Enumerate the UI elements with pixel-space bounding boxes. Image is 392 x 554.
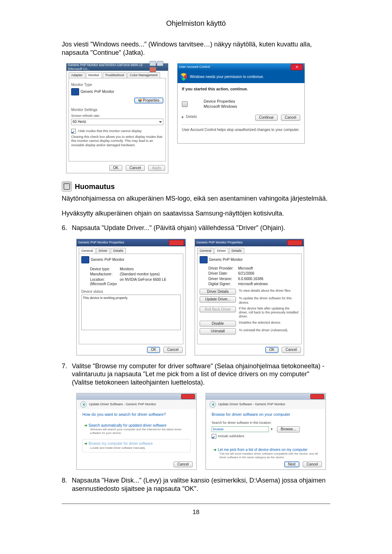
chevron-down-icon[interactable]: ▾ <box>270 427 274 432</box>
driver-details-button[interactable]: Driver Details <box>200 289 236 295</box>
device-name: Generic PnP Monitor <box>209 257 243 261</box>
wizard-breadcrumb: Update Driver Software - Generic PnP Mon… <box>89 402 156 406</box>
tab-monitor[interactable]: Monitor <box>86 72 102 78</box>
refresh-rate-select[interactable]: 60 Hertz <box>71 119 163 125</box>
monitor-icon <box>81 256 89 263</box>
uac-publisher: Microsoft Windows <box>204 104 237 109</box>
tab-driver[interactable]: Driver <box>215 248 228 254</box>
driver-provider-key: Driver Provider: <box>208 266 238 271</box>
arrow-icon: ➔ <box>213 448 216 452</box>
apply-button: Apply <box>148 165 165 171</box>
device-name: Generic PnP Monitor <box>91 257 124 261</box>
cancel-button[interactable]: Cancel <box>173 461 193 468</box>
step-8-number: 8. <box>62 476 72 493</box>
window-titlebar <box>206 393 326 400</box>
uac-message: Windows needs your permission to contion… <box>190 75 264 79</box>
details-toggle[interactable]: Details <box>186 115 197 119</box>
search-automatically-option[interactable]: ➔Search automatically for updated driver… <box>82 421 191 438</box>
option-subtext: Windows will search your computer and th… <box>90 428 189 435</box>
driver-provider-value: Microsoft <box>238 266 253 270</box>
hide-modes-checkbox[interactable] <box>71 129 76 134</box>
tab-details[interactable]: Details <box>111 248 126 254</box>
back-button[interactable] <box>209 401 216 408</box>
manufacturer-value: (Standard monitor types) <box>120 272 160 276</box>
properties-general-dialog: Generic PnP Monitor Properties General D… <box>76 239 186 356</box>
chevron-left-icon <box>212 403 214 406</box>
cancel-button[interactable]: Cancel <box>303 461 322 468</box>
tab-troubleshoot[interactable]: Troubleshoot <box>103 72 127 78</box>
cancel-button[interactable]: Cancel <box>281 115 300 121</box>
monitor-name: Generic PnP Monitor <box>81 89 114 93</box>
tab-adapter[interactable]: Adapter <box>69 72 85 78</box>
driver-version-key: Driver Version: <box>208 277 238 282</box>
cancel-button[interactable]: Cancel <box>163 347 183 353</box>
uninstall-button[interactable]: Uninstall <box>200 328 236 335</box>
close-icon[interactable] <box>169 240 184 246</box>
tab-driver[interactable]: Driver <box>96 248 110 254</box>
device-type-key: Device type: <box>90 267 120 272</box>
driver-details-desc: To view details about the driver files. <box>239 289 299 293</box>
tab-general[interactable]: General <box>197 248 214 254</box>
properties-button[interactable]: Properties <box>134 98 163 104</box>
close-icon[interactable] <box>181 394 195 399</box>
path-input[interactable]: browse <box>212 426 269 432</box>
close-icon[interactable]: ✕ <box>291 64 303 70</box>
gear-icon <box>182 101 188 107</box>
update-driver-button[interactable]: Update Driver... <box>200 296 236 303</box>
back-button[interactable] <box>80 401 87 408</box>
ok-button[interactable]: OK <box>147 347 160 353</box>
driver-date-key: Driver Date: <box>208 271 238 276</box>
driver-date-value: 6/21/2006 <box>238 271 254 275</box>
next-button[interactable]: Next <box>284 461 300 468</box>
window-titlebar: User Account Control ✕ <box>177 63 305 71</box>
uac-app-name: Device Properties <box>204 99 237 104</box>
step-6-text: Napsauta "Update Driver..." (Päivitä ohj… <box>72 224 330 232</box>
footer-rule <box>62 504 330 504</box>
refresh-rate-value: 60 Hertz <box>73 120 86 124</box>
location-key: Location: <box>90 278 120 282</box>
update-driver-search-dialog: Update Driver Software - Generic PnP Mon… <box>76 393 197 470</box>
close-icon[interactable] <box>287 240 302 246</box>
browse-button[interactable]: Browse... <box>277 426 300 432</box>
include-subfolders-checkbox[interactable] <box>212 434 216 439</box>
wizard-heading: How do you want to search for driver sof… <box>82 412 191 417</box>
let-me-pick-option[interactable]: ➔Let me pick from a list of device drive… <box>212 445 320 462</box>
uac-banner: Windows needs your permission to contion… <box>177 71 305 83</box>
step-7-text: Valitse "Browse my computer for driver s… <box>72 362 330 387</box>
chevron-down-icon <box>159 121 162 123</box>
hide-modes-description: Clearing this check box allows you to se… <box>71 135 163 147</box>
cancel-button[interactable]: Cancel <box>126 165 145 171</box>
option-subtext: This list will show installed driver sof… <box>219 452 318 459</box>
uninstall-desc: To uninstall the driver (Advanced). <box>239 328 299 332</box>
include-subfolders-label: Include subfolders <box>218 434 244 438</box>
shield-icon <box>180 73 187 81</box>
tab-details[interactable]: Details <box>229 248 244 254</box>
step-8-text: Napsauta "Have Disk..." (Levy) ja valits… <box>72 476 330 493</box>
ok-button[interactable]: OK <box>109 165 122 171</box>
uac-dialog: User Account Control ✕ Windows needs you… <box>177 63 305 144</box>
window-titlebar: Generic PnP Monitor Properties <box>77 239 185 246</box>
window-title: Generic PnP Monitor Properties <box>78 241 124 245</box>
monitor-settings-label: Monitor Settings <box>71 108 163 112</box>
cancel-button[interactable]: Cancel <box>282 347 301 353</box>
ok-button[interactable]: OK <box>265 347 278 353</box>
intro-paragraph: Jos viesti "Windows needs..." (Windows t… <box>62 40 330 57</box>
window-title: Generic PnP Monitor and NVIDIA GeForce 6… <box>68 63 149 71</box>
tab-general[interactable]: General <box>79 248 95 254</box>
manufacturer-key: Manufacturer: <box>90 272 120 277</box>
option-label: Browse my computer for driver software <box>89 442 153 446</box>
window-title: User Account Control <box>179 65 210 69</box>
disable-desc: Disables the selected device. <box>239 321 299 325</box>
window-buttons[interactable] <box>149 61 167 74</box>
disable-button[interactable]: Disable <box>200 321 236 327</box>
tab-color-management[interactable]: Color Management <box>127 72 160 78</box>
chevron-down-icon <box>182 116 184 119</box>
window-titlebar: Generic PnP Monitor Properties <box>195 239 304 246</box>
rollback-driver-button: Roll Back Driver <box>200 307 236 313</box>
uac-footer-text: User Account Control helps stop unauthor… <box>182 124 300 132</box>
step-7-number: 7. <box>62 362 72 387</box>
browse-computer-option[interactable]: ➔Browse my computer for driver software … <box>82 439 191 452</box>
close-icon[interactable] <box>310 394 324 399</box>
continue-button[interactable]: Continue <box>255 115 278 121</box>
update-driver-browse-dialog: Update Driver Software - Generic PnP Mon… <box>205 393 326 470</box>
